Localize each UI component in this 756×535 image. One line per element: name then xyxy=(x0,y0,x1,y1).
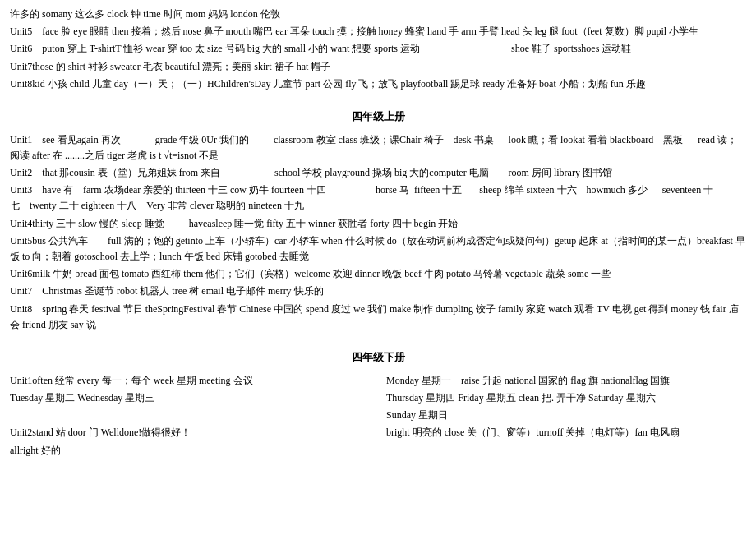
unit1-lower-thursday: Thursday 星期四 Friday 星期五 clean 把. 弄干净 Sat… xyxy=(386,390,746,406)
unit4-upper-line: Unit4thirty 三十 slow 慢的 sleep 睡觉 haveasle… xyxy=(10,216,746,232)
intro-line-3: Unit6 puton 穿上 T-shirtT 恤衫 wear 穿 too 太 … xyxy=(10,41,746,57)
grade4-upper-section: 四年级上册 Unit1 see 看见again 再次 grade 年级 0Ur … xyxy=(10,108,746,333)
unit8-upper-line: Unit8 spring 春天 festival 节日 theSpringFes… xyxy=(10,302,746,333)
unit2-lower-left: Unit2stand 站 door 门 Welldone!做得很好！ xyxy=(10,425,370,440)
unit1-upper-line: Unit1 see 看见again 再次 grade 年级 0Ur 我们的 cl… xyxy=(10,132,746,164)
unit3-upper-line: Unit3 have 有 farm 农场dear 亲爱的 thirteen 十三… xyxy=(10,182,746,214)
grade4-lower-section: 四年级下册 Unit1often 经常 every 每一；每个 week 星期 … xyxy=(10,349,746,460)
unit6-upper-line: Unit6milk 牛奶 bread 面包 tomato 西红柿 them 他们… xyxy=(10,266,746,282)
lower-left-col: Unit1often 经常 every 每一；每个 week 星期 meetin… xyxy=(10,373,386,460)
unit1-lower-sunday: Sunday 星期日 xyxy=(386,408,746,423)
intro-line-4: Unit7those 的 shirt 衬衫 sweater 毛衣 beautif… xyxy=(10,59,746,75)
unit1-lower-monday: Monday 星期一 raise 升起 national 国家的 flag 旗 … xyxy=(386,373,746,389)
intro-section: 许多的 somany 这么多 clock 钟 time 时间 mom 妈妈 lo… xyxy=(10,7,746,92)
unit1-lower-tuesday: Tuesday 星期二 Wednesday 星期三 xyxy=(10,390,370,406)
unit2-lower-allright: allright 好的 xyxy=(10,443,370,459)
unit7-upper-line: Unit7 Christmas 圣诞节 robot 机器人 tree 树 ema… xyxy=(10,284,746,299)
intro-line-1: 许多的 somany 这么多 clock 钟 time 时间 mom 妈妈 lo… xyxy=(10,7,746,22)
unit1-lower-spacer xyxy=(10,408,370,423)
lower-right-col: Monday 星期一 raise 升起 national 国家的 flag 旗 … xyxy=(386,373,746,460)
grade4-lower-title: 四年级下册 xyxy=(10,349,746,367)
unit1-lower-left: Unit1often 经常 every 每一；每个 week 星期 meetin… xyxy=(10,373,370,389)
unit2-lower-bright: bright 明亮的 close 关（门、窗等）turnoff 关掉（电灯等）f… xyxy=(386,425,746,440)
unit5-upper-line: Unit5bus 公共汽车 full 满的；饱的 getinto 上车（小轿车）… xyxy=(10,233,746,265)
lower-two-col: Unit1often 经常 every 每一；每个 week 星期 meetin… xyxy=(10,373,746,460)
unit2-upper-line: Unit2 that 那cousin 表（堂）兄弟姐妹 from 来自 scho… xyxy=(10,165,746,181)
grade4-upper-title: 四年级上册 xyxy=(10,108,746,126)
page-content: 许多的 somany 这么多 clock 钟 time 时间 mom 妈妈 lo… xyxy=(10,7,746,460)
intro-line-2: Unit5 face 脸 eye 眼睛 then 接着；然后 nose 鼻子 m… xyxy=(10,24,746,39)
intro-line-5: Unit8kid 小孩 child 儿童 day（一）天；（一）HChildre… xyxy=(10,76,746,92)
